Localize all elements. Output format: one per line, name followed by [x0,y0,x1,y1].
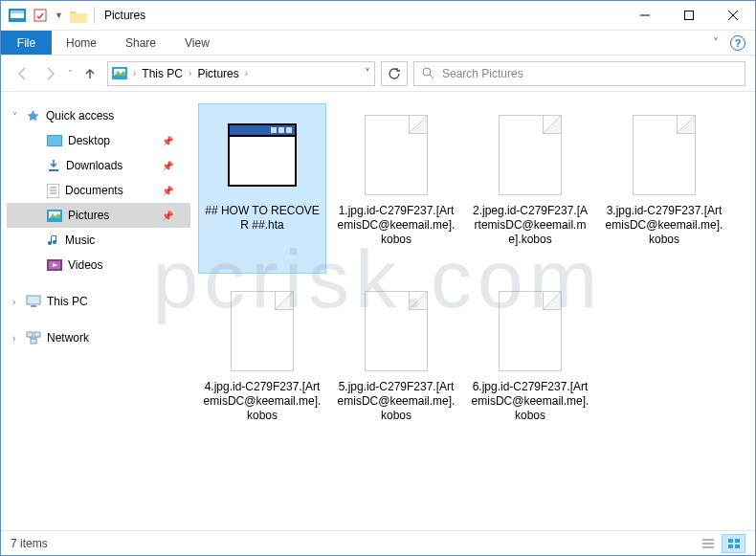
tab-share[interactable]: Share [111,31,170,55]
sidebar-item-label: Documents [65,184,123,197]
chevron-right-icon[interactable]: › [12,333,15,344]
breadcrumb-pictures[interactable]: Pictures [197,67,238,80]
file-name: 3.jpg.id-C279F237.[ArtemisDC@keemail.me]… [601,204,727,247]
file-item[interactable]: 6.jpg.id-C279F237.[ArtemisDC@keemail.me]… [466,279,594,450]
quick-access-toolbar: ▼ [1,8,88,23]
star-icon [26,109,40,123]
blank-file-icon [358,112,434,198]
file-item[interactable]: 3.jpg.id-C279F237.[ArtemisDC@keemail.me]… [600,103,728,274]
sidebar-item-label: Desktop [68,134,110,147]
window-controls [623,1,755,30]
close-button[interactable] [711,1,755,30]
file-item[interactable]: ## HOW TO RECOVER ##.hta [198,103,326,274]
minimize-button[interactable] [623,1,667,30]
svg-rect-32 [728,539,733,543]
tab-view[interactable]: View [170,31,224,55]
svg-rect-33 [735,539,740,543]
file-item[interactable]: 2.jpeg.id-C279F237.[ArtemisDC@keemail.me… [466,103,594,274]
back-button[interactable] [11,62,33,85]
file-name: 1.jpg.id-C279F237.[ArtemisDC@keemail.me]… [333,204,459,247]
search-icon [422,67,434,79]
sidebar-network[interactable]: › Network [7,325,190,350]
svg-rect-5 [685,11,694,20]
details-view-button[interactable] [696,534,720,553]
pin-icon: 📌 [162,161,173,171]
sidebar-this-pc[interactable]: › This PC [7,289,190,314]
pictures-icon [47,210,62,222]
breadcrumb-this-pc[interactable]: This PC [142,67,183,80]
sidebar-quick-access[interactable]: ˅ Quick access [7,103,190,128]
svg-point-11 [423,68,431,76]
up-button[interactable] [78,62,101,85]
network-icon [26,331,41,345]
maximize-button[interactable] [667,1,711,30]
svg-rect-14 [48,136,61,145]
sidebar: ˅ Quick access Desktop 📌 Downloads 📌 Doc… [1,92,190,528]
icons-view-button[interactable] [722,534,745,553]
chevron-right-icon[interactable]: › [189,68,191,78]
address-dropdown-icon[interactable]: ˅ [365,67,370,80]
sidebar-item-downloads[interactable]: Downloads 📌 [7,153,190,178]
svg-rect-25 [31,305,36,307]
window-title: Pictures [100,9,145,22]
view-toggle [696,534,745,553]
file-tab[interactable]: File [1,31,52,55]
sidebar-item-pictures[interactable]: Pictures 📌 [7,203,190,228]
sidebar-item-label: Network [47,331,89,345]
file-name: 6.jpg.id-C279F237.[ArtemisDC@keemail.me]… [467,380,593,423]
sidebar-item-label: Quick access [46,109,114,122]
forward-button[interactable] [39,62,62,85]
ribbon-right: ˅ ? [713,31,755,55]
blank-file-icon [224,288,300,374]
search-placeholder: Search Pictures [442,67,523,80]
chevron-down-icon[interactable]: ˅ [12,111,17,122]
svg-rect-3 [34,10,46,21]
pin-icon: 📌 [162,136,173,146]
sidebar-item-label: Downloads [66,159,122,172]
item-count: 7 items [11,537,48,550]
sidebar-item-music[interactable]: Music [7,228,190,253]
tab-home[interactable]: Home [52,31,111,55]
recent-dropdown-icon[interactable]: ˅ [68,69,73,78]
sidebar-item-label: Music [65,234,95,247]
titlebar: ▼ Pictures [1,1,755,31]
sidebar-item-videos[interactable]: Videos [7,253,190,278]
svg-rect-2 [11,11,24,13]
help-icon[interactable]: ? [730,35,745,51]
ribbon: File Home Share View ˅ ? [1,31,755,56]
sidebar-item-label: Videos [68,258,102,272]
desktop-icon [47,135,62,146]
pin-icon: 📌 [162,186,173,196]
sidebar-item-label: This PC [47,295,88,308]
blank-file-icon [492,112,568,198]
qat-dropdown-icon[interactable]: ▼ [55,11,63,20]
chevron-right-icon[interactable]: › [245,68,248,78]
chevron-right-icon[interactable]: › [12,297,15,307]
file-list[interactable]: ## HOW TO RECOVER ##.hta 1.jpg.id-C279F2… [190,92,755,528]
refresh-button[interactable] [381,61,408,86]
ribbon-expand-icon[interactable]: ˅ [713,36,719,50]
hta-icon [224,112,300,198]
blank-file-icon [626,112,702,198]
sidebar-item-desktop[interactable]: Desktop 📌 [7,128,190,153]
sidebar-item-label: Pictures [68,209,109,222]
sidebar-item-documents[interactable]: Documents 📌 [7,178,190,203]
svg-rect-35 [735,545,740,548]
blank-file-icon [492,288,568,374]
explorer-icon [9,8,26,23]
svg-rect-24 [27,296,40,304]
address-bar[interactable]: › This PC › Pictures › ˅ [107,61,375,86]
file-item[interactable]: 5.jpg.id-C279F237.[ArtemisDC@keemail.me]… [332,279,460,450]
properties-icon[interactable] [32,8,49,23]
status-bar: 7 items [1,530,755,555]
chevron-right-icon[interactable]: › [133,68,136,78]
file-item[interactable]: 1.jpg.id-C279F237.[ArtemisDC@keemail.me]… [332,103,460,274]
file-item[interactable]: 4.jpg.id-C279F237.[ArtemisDC@keemail.me]… [198,279,326,450]
file-name: 5.jpg.id-C279F237.[ArtemisDC@keemail.me]… [333,380,459,423]
blank-file-icon [358,288,434,374]
svg-rect-27 [34,332,40,337]
documents-icon [47,184,59,198]
search-input[interactable]: Search Pictures [413,61,745,86]
music-icon [47,234,59,248]
svg-line-12 [430,75,434,78]
